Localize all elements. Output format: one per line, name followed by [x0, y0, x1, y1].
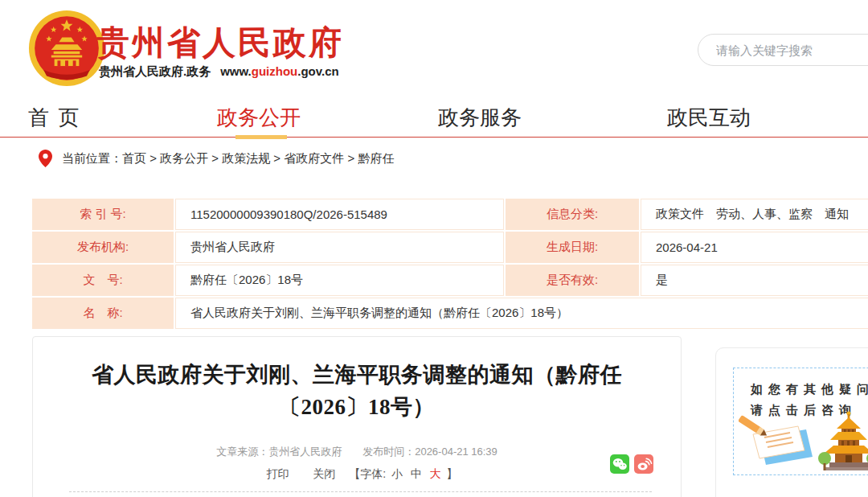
- location-pin-icon: [39, 150, 52, 167]
- site-subtitle-text: 贵州省人民政府.政务: [99, 64, 211, 78]
- article-actions: 打印 关闭 【字体: 小 中 大 】: [33, 467, 681, 482]
- font-size-label-close: 】: [447, 467, 458, 480]
- article-source-label: 文章来源：: [216, 446, 268, 458]
- article-card: 省人民政府关于刘刚、兰海平职务调整的通知（黔府任〔2026〕18号） 文章来源：…: [32, 336, 682, 497]
- doc-agency-value: 贵州省人民政府: [175, 232, 504, 263]
- article-source-value: 贵州省人民政府: [268, 446, 342, 458]
- doc-date-value: 2026-04-21: [641, 232, 868, 263]
- breadcrumb-path[interactable]: 首页 > 政务公开 > 政策法规 > 省政府文件 > 黔府任: [122, 151, 394, 166]
- doc-name-label: 名 称:: [32, 298, 174, 329]
- nav-item-gov-services[interactable]: 政务服务: [438, 104, 522, 132]
- main-nav: 首 页 政务公开 政务服务 政民互动: [0, 95, 868, 138]
- doc-agency-label: 发布机构:: [32, 232, 174, 263]
- article-time-label: 发布时间：: [362, 446, 415, 458]
- national-emblem-logo[interactable]: [28, 10, 105, 87]
- share-bar: [610, 454, 653, 474]
- font-size-label: 【字体:: [349, 467, 386, 480]
- doc-index-value: 11520000009390180Q/2026-515489: [175, 199, 504, 230]
- print-button[interactable]: 打印: [266, 467, 289, 480]
- consult-button[interactable]: 如您有其他疑问 请点击后咨询: [733, 368, 868, 475]
- font-small-button[interactable]: 小: [391, 467, 403, 480]
- active-tab-indicator: [235, 135, 287, 139]
- pagoda-illustration: [817, 410, 868, 474]
- font-large-button[interactable]: 大: [430, 467, 441, 480]
- doc-valid-label: 是否有效:: [506, 265, 639, 296]
- article-meta: 文章来源：贵州省人民政府发布时间：2026-04-21 16:39: [33, 445, 681, 459]
- consult-line1: 如您有其他疑问: [751, 379, 868, 400]
- doc-valid-value: 是: [641, 265, 868, 296]
- site-title: 贵州省人民政府: [96, 21, 344, 65]
- doc-name-value: 省人民政府关于刘刚、兰海平职务调整的通知（黔府任〔2026〕18号）: [175, 298, 868, 329]
- nav-item-interaction[interactable]: 政民互动: [667, 104, 751, 132]
- font-medium-button[interactable]: 中: [411, 467, 422, 480]
- doc-info-table: 索 引 号: 11520000009390180Q/2026-515489 信息…: [32, 199, 868, 329]
- doc-date-label: 生成日期:: [506, 232, 639, 263]
- doc-number-value: 黔府任〔2026〕18号: [175, 265, 504, 296]
- wechat-share-icon[interactable]: [610, 454, 629, 474]
- article-title: 省人民政府关于刘刚、兰海平职务调整的通知（黔府任〔2026〕18号）: [84, 359, 630, 423]
- doc-category-label: 信息分类:: [506, 199, 639, 230]
- doc-category-value: 政策文件 劳动、人事、监察 通知: [641, 199, 868, 230]
- close-button[interactable]: 关闭: [313, 467, 335, 480]
- breadcrumb: 当前位置： 首页 > 政务公开 > 政策法规 > 省政府文件 > 黔府任: [39, 150, 394, 167]
- nav-item-gov-info[interactable]: 政务公开: [217, 104, 301, 132]
- doc-number-label: 文 号:: [32, 265, 174, 296]
- pencil-paper-illustration: [739, 413, 815, 471]
- article-time-value: 2026-04-21 16:39: [415, 446, 497, 458]
- page-root: 贵州省人民政府 贵州省人民政府.政务www.guizhou.gov.cn 首 页…: [0, 0, 868, 497]
- breadcrumb-label: 当前位置：: [62, 151, 122, 166]
- site-subtitle: 贵州省人民政府.政务www.guizhou.gov.cn: [99, 64, 339, 80]
- weibo-share-icon[interactable]: [634, 454, 653, 474]
- search-input[interactable]: [698, 34, 868, 66]
- article-divider: [69, 491, 652, 492]
- doc-index-label: 索 引 号:: [32, 199, 174, 230]
- consult-panel: 如您有其他疑问 请点击后咨询: [715, 347, 868, 497]
- nav-item-home[interactable]: 首 页: [28, 104, 80, 132]
- site-url: www.guizhou.gov.cn: [220, 64, 339, 78]
